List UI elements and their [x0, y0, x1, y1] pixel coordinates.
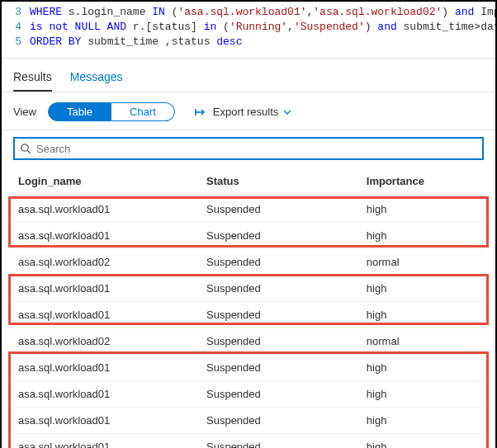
- tab-results[interactable]: Results: [13, 70, 52, 92]
- table-row[interactable]: asa.sql.workload02Suspendednormal: [13, 328, 484, 355]
- col-status[interactable]: Status: [201, 167, 362, 196]
- cell-login: asa.sql.workload01: [13, 276, 201, 302]
- cell-status: Suspended: [201, 196, 362, 223]
- cell-login: asa.sql.workload01: [13, 408, 201, 434]
- cell-status: Suspended: [201, 276, 362, 302]
- table-row[interactable]: asa.sql.workload01Suspendedhigh: [13, 302, 484, 328]
- cell-login: asa.sql.workload02: [13, 249, 201, 276]
- cell-status: Suspended: [201, 328, 362, 355]
- table-row[interactable]: asa.sql.workload01Suspendedhigh: [13, 434, 484, 449]
- line-number: 5: [2, 35, 30, 50]
- table-row[interactable]: asa.sql.workload01Suspendedhigh: [13, 196, 484, 223]
- cell-status: Suspended: [201, 434, 362, 449]
- code-text: WHERE s.login_name IN ('asa.sql.workload…: [30, 5, 495, 20]
- table-row[interactable]: asa.sql.workload01Suspendedhigh: [13, 381, 484, 408]
- result-tabs: Results Messages: [2, 59, 495, 92]
- cell-status: Suspended: [201, 408, 362, 434]
- cell-status: Suspended: [201, 302, 362, 328]
- col-login-name[interactable]: Login_name: [13, 167, 201, 196]
- cell-login: asa.sql.workload01: [13, 223, 201, 249]
- cell-importance: high: [362, 381, 484, 408]
- code-line: 5 ORDER BY submit_time ,status desc: [2, 35, 495, 50]
- code-line: 4 is not NULL AND r.[status] in ('Runnin…: [2, 20, 495, 35]
- sql-editor[interactable]: 3 WHERE s.login_name IN ('asa.sql.worklo…: [2, 2, 495, 58]
- line-number: 3: [2, 5, 30, 20]
- tab-messages[interactable]: Messages: [70, 70, 123, 92]
- cell-status: Suspended: [201, 355, 362, 381]
- table-row[interactable]: asa.sql.workload01Suspendedhigh: [13, 408, 484, 434]
- cell-importance: high: [362, 355, 484, 381]
- table-row[interactable]: asa.sql.workload01Suspendedhigh: [13, 355, 484, 381]
- view-toolbar: View Table Chart Export results: [2, 92, 495, 130]
- cell-importance: high: [362, 196, 484, 223]
- export-icon: [195, 106, 208, 118]
- code-text: is not NULL AND r.[status] in ('Running'…: [30, 20, 495, 35]
- cell-status: Suspended: [201, 223, 362, 249]
- view-toggle-table[interactable]: Table: [48, 102, 111, 121]
- code-text: ORDER BY submit_time ,status desc: [30, 35, 242, 50]
- export-results-button[interactable]: Export results: [195, 106, 291, 118]
- cell-importance: high: [362, 408, 484, 434]
- cell-importance: normal: [362, 249, 484, 276]
- cell-importance: high: [362, 302, 484, 328]
- chevron-down-icon: [283, 108, 291, 116]
- code-line: 3 WHERE s.login_name IN ('asa.sql.worklo…: [2, 5, 495, 20]
- cell-login: asa.sql.workload01: [13, 196, 201, 223]
- cell-login: asa.sql.workload01: [13, 302, 201, 328]
- cell-login: asa.sql.workload01: [13, 434, 201, 449]
- cell-importance: high: [362, 223, 484, 249]
- results-table: Login_name Status Importance asa.sql.wor…: [13, 167, 484, 448]
- table-row[interactable]: asa.sql.workload02Suspendednormal: [13, 249, 484, 276]
- cell-status: Suspended: [201, 249, 362, 276]
- search-box[interactable]: [13, 137, 484, 160]
- cell-login: asa.sql.workload01: [13, 355, 201, 381]
- cell-login: asa.sql.workload02: [13, 328, 201, 355]
- search-input[interactable]: [31, 143, 477, 155]
- search-icon: [20, 143, 31, 154]
- header-row: Login_name Status Importance: [13, 167, 484, 196]
- search-container: [2, 130, 495, 167]
- view-label: View: [13, 106, 36, 118]
- line-number: 4: [2, 20, 30, 35]
- cell-importance: normal: [362, 328, 484, 355]
- results-grid-wrap: Login_name Status Importance asa.sql.wor…: [2, 167, 495, 448]
- svg-point-0: [21, 144, 28, 151]
- view-toggle: Table Chart: [48, 102, 175, 121]
- cell-status: Suspended: [201, 381, 362, 408]
- export-label: Export results: [213, 106, 278, 118]
- col-importance[interactable]: Importance: [362, 167, 484, 196]
- cell-importance: high: [362, 276, 484, 302]
- cell-login: asa.sql.workload01: [13, 381, 201, 408]
- table-row[interactable]: asa.sql.workload01Suspendedhigh: [13, 223, 484, 249]
- table-row[interactable]: asa.sql.workload01Suspendedhigh: [13, 276, 484, 302]
- cell-importance: high: [362, 434, 484, 449]
- view-toggle-chart[interactable]: Chart: [111, 102, 175, 121]
